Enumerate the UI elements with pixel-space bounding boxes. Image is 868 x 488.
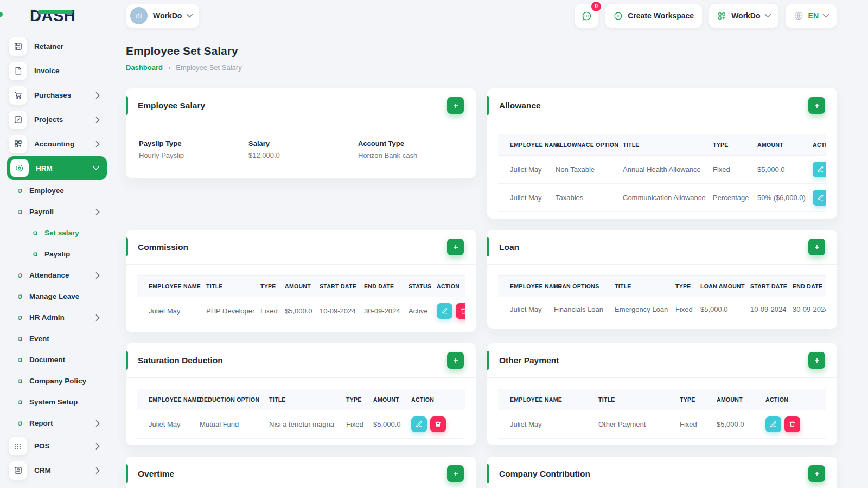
add-saturation-deduction-button[interactable] <box>447 352 464 369</box>
payslip-type-field: Payslip Type Hourly Payslip <box>139 139 248 159</box>
workdo-apps-button[interactable]: WorkDo <box>709 4 778 28</box>
edit-button[interactable] <box>765 416 781 432</box>
sidebar: Retainer Invoice Purchases Projects <box>0 31 114 488</box>
add-company-contribution-button[interactable] <box>808 465 825 482</box>
breadcrumb-separator: › <box>168 63 170 72</box>
loan-table-scroll[interactable]: EMPLOYEE NAME LOAN OPTIONS TITLE TYPE LO… <box>498 275 826 322</box>
language-label: EN <box>808 11 819 20</box>
add-allowance-button[interactable] <box>808 97 825 114</box>
chevron-right-icon <box>95 314 114 321</box>
table-row: Juliet May Non Taxable Annual Health All… <box>498 156 826 184</box>
card-title: Loan <box>499 242 519 252</box>
crm-icon <box>9 461 27 480</box>
sidebar-item-hrm[interactable]: HRM <box>7 156 107 180</box>
sidebar-item-crm[interactable]: CRM <box>0 458 114 483</box>
company-contribution-card: Company Contribution <box>487 457 837 488</box>
sidebar-item-payroll[interactable]: Payroll <box>0 201 114 222</box>
table-row: Juliet May PHP Developer Fixed $5,000.0 … <box>137 297 465 325</box>
card-title: Commission <box>138 242 188 252</box>
workspace-avatar <box>130 7 148 24</box>
edit-button[interactable] <box>411 416 427 432</box>
breadcrumb: Dashboard › Employee Set Salary <box>126 63 837 72</box>
building-icon <box>135 11 143 20</box>
topbar-actions: 0 Create Workspace WorkDo EN <box>575 4 868 28</box>
add-commission-button[interactable] <box>447 239 464 255</box>
bullet-icon <box>17 336 22 341</box>
cards-grid: Employee Salary Payslip Type Hourly Pays… <box>126 88 837 488</box>
sidebar-item-projects[interactable]: Projects <box>0 107 114 132</box>
sidebar-item-pos[interactable]: POS <box>0 434 114 458</box>
sidebar-item-invoice[interactable]: Invoice <box>0 59 114 83</box>
chevron-right-icon <box>95 117 114 123</box>
edit-button[interactable] <box>437 303 452 319</box>
bullet-icon <box>17 273 22 278</box>
sidebar-item-document[interactable]: Document <box>0 349 114 370</box>
card-title: Allowance <box>499 101 541 111</box>
cart-icon <box>9 86 27 105</box>
chevron-down-icon <box>823 14 829 18</box>
other-payment-table: EMPLOYEE NAME TITLE TYPE AMOUNT ACTION J… <box>498 389 826 439</box>
sidebar-item-accounting[interactable]: Accounting <box>0 132 114 156</box>
loan-card: Loan EMPLOYEE NAME LOAN OPTIONS TITLE TY… <box>487 230 837 329</box>
bullet-icon <box>17 400 22 404</box>
sidebar-item-set-salary[interactable]: Set salary <box>0 222 114 243</box>
card-title: Overtime <box>138 469 174 479</box>
bullet-icon <box>17 421 22 426</box>
plus-icon <box>452 243 459 251</box>
sidebar-item-company-policy[interactable]: Company Policy <box>0 370 114 391</box>
bullet-icon <box>17 315 22 320</box>
plus-circle-icon <box>614 11 623 21</box>
allowance-table-scroll[interactable]: EMPLOYEE NAME ALLOWNACE OPTION TITLE TYP… <box>498 134 826 212</box>
sidebar-item-event[interactable]: Event <box>0 328 114 349</box>
table-row: Juliet May Other Payment Fixed $5,000.0 <box>498 410 826 439</box>
edit-button[interactable] <box>813 162 826 177</box>
sidebar-item-manage-leave[interactable]: Manage Leave <box>0 286 114 307</box>
salary-field: Salary $12,000.0 <box>248 139 358 159</box>
sidebar-item-payslip[interactable]: Payslip <box>0 243 114 265</box>
sidebar-item-hr-admin[interactable]: HR Admin <box>0 307 114 328</box>
chevron-right-icon <box>95 141 114 147</box>
add-loan-button[interactable] <box>808 239 825 255</box>
sidebar-item-report[interactable]: Report <box>0 413 114 434</box>
topbar: DASH WorkDo 0 Create Workspace <box>0 0 868 31</box>
sidebar-item-attendance[interactable]: Attendance <box>0 265 114 286</box>
edit-button[interactable] <box>813 190 826 206</box>
sidebar-item-system-setup[interactable]: System Setup <box>0 391 114 413</box>
pencil-icon <box>770 421 777 428</box>
delete-button[interactable] <box>784 416 800 432</box>
app-logo: DASH <box>0 7 114 25</box>
add-other-payment-button[interactable] <box>808 352 825 369</box>
add-overtime-button[interactable] <box>447 465 464 482</box>
saturation-table-wrap: EMPLOYEE NAME DEDUCTION OPTION TITLE TYP… <box>137 389 465 439</box>
saturation-deduction-card: Saturation Deduction EMPLOYEE NAME DEDUC… <box>126 343 476 445</box>
messages-button[interactable]: 0 <box>575 4 598 28</box>
chevron-right-icon <box>95 92 114 99</box>
commission-table: EMPLOYEE NAME TITLE TYPE AMOUNT START DA… <box>137 275 465 325</box>
breadcrumb-dashboard-link[interactable]: Dashboard <box>126 63 163 72</box>
create-workspace-label: Create Workspace <box>628 11 694 20</box>
sidebar-item-employee[interactable]: Employee <box>0 180 114 201</box>
sidebar-item-purchases[interactable]: Purchases <box>0 83 114 107</box>
plus-icon <box>813 243 821 251</box>
chevron-right-icon <box>95 209 114 215</box>
chevron-right-icon <box>95 420 114 427</box>
retainer-icon <box>9 37 27 56</box>
trash-icon <box>435 421 442 428</box>
delete-button[interactable] <box>430 416 446 432</box>
workspace-selector[interactable]: WorkDo <box>126 4 199 28</box>
chat-bubble-icon <box>581 10 592 22</box>
plus-icon <box>813 102 821 110</box>
create-workspace-button[interactable]: Create Workspace <box>605 4 702 28</box>
hrm-icon <box>10 159 29 177</box>
language-selector[interactable]: EN <box>786 4 837 28</box>
delete-button[interactable] <box>456 303 465 319</box>
bullet-icon <box>17 378 22 383</box>
messages-badge: 0 <box>591 2 601 11</box>
bullet-icon <box>17 188 22 193</box>
add-employee-salary-button[interactable] <box>447 97 464 114</box>
account-type-field: Account Type Horizon Bank cash <box>358 139 463 159</box>
sidebar-item-retainer[interactable]: Retainer <box>0 34 114 59</box>
chevron-right-icon <box>95 272 114 279</box>
workdo-apps-label: WorkDo <box>731 11 760 20</box>
accounting-grid-icon <box>9 135 27 153</box>
